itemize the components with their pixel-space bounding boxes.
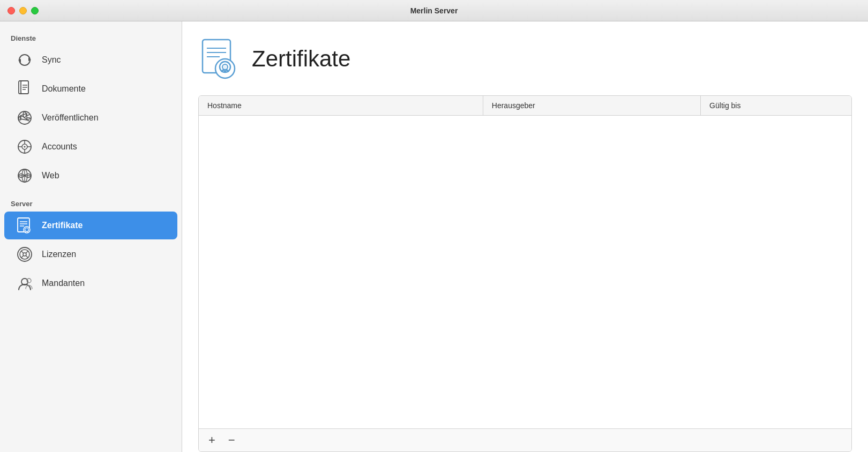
sidebar-item-lizenzen[interactable]: Lizenzen (4, 240, 177, 268)
sidebar-item-zertifikate[interactable]: Zertifikate (4, 212, 177, 239)
table-header: Hostname Herausgeber Gültig bis (199, 96, 851, 116)
sidebar-item-sync[interactable]: Sync (4, 46, 177, 74)
svg-point-47 (222, 64, 228, 70)
title-bar: Merlin Server (0, 0, 868, 21)
sidebar-item-web-label: Web (42, 171, 59, 180)
sidebar-section-dienste: Dienste (0, 30, 182, 46)
close-button[interactable] (8, 7, 15, 14)
sidebar: Dienste Sync (0, 21, 182, 452)
page-title: Zertifikate (252, 46, 350, 72)
sync-icon (15, 50, 34, 70)
svg-point-28 (24, 227, 30, 233)
app-body: Dienste Sync (0, 21, 868, 452)
remove-certificate-button[interactable]: − (226, 434, 237, 446)
table-body (199, 116, 851, 428)
traffic-lights (8, 7, 39, 14)
maximize-button[interactable] (31, 7, 39, 14)
sidebar-item-accounts-label: Accounts (42, 142, 77, 152)
col-header-gueltig: Gültig bis (701, 96, 851, 115)
col-header-hostname: Hostname (199, 96, 483, 115)
sidebar-item-mandanten[interactable]: Mandanten (4, 269, 177, 297)
sidebar-item-dokumente-label: Dokumente (42, 84, 86, 94)
sidebar-item-dokumente[interactable]: Dokumente (4, 75, 177, 103)
sidebar-section-server: Server (0, 195, 182, 211)
sidebar-item-veroeffentlichen-label: Veröffentlichen (42, 113, 99, 123)
certificates-table: Hostname Herausgeber Gültig bis + − (198, 95, 852, 452)
svg-point-33 (20, 250, 29, 259)
window-title: Merlin Server (410, 6, 458, 15)
svg-line-37 (21, 255, 24, 258)
sidebar-item-lizenzen-label: Lizenzen (42, 250, 76, 259)
svg-line-38 (26, 255, 28, 258)
sidebar-item-mandanten-label: Mandanten (42, 278, 85, 288)
col-header-herausgeber: Herausgeber (483, 96, 701, 115)
table-footer: + − (199, 428, 851, 451)
zertifikate-icon (15, 216, 34, 235)
lizenzen-icon (15, 245, 34, 264)
web-icon (15, 166, 34, 185)
sidebar-item-accounts[interactable]: Accounts (4, 133, 177, 161)
mandanten-icon (15, 274, 34, 293)
svg-line-35 (21, 251, 24, 253)
sidebar-item-veroeffentlichen[interactable]: Veröffentlichen (4, 104, 177, 132)
page-header: Zertifikate (198, 37, 852, 80)
sidebar-item-zertifikate-label: Zertifikate (42, 221, 83, 230)
sidebar-item-web[interactable]: Web (4, 162, 177, 190)
page-header-icon (198, 37, 241, 80)
minimize-button[interactable] (19, 7, 27, 14)
svg-line-36 (26, 251, 28, 253)
svg-rect-12 (19, 117, 21, 120)
main-content: Zertifikate Hostname Herausgeber Gültig … (182, 21, 868, 452)
dokumente-icon (15, 79, 34, 99)
accounts-icon (15, 137, 34, 156)
add-certificate-button[interactable]: + (206, 434, 218, 446)
svg-point-15 (24, 146, 26, 148)
veroeffentlichen-icon (15, 108, 34, 127)
svg-line-11 (27, 120, 29, 121)
sidebar-item-sync-label: Sync (42, 55, 61, 65)
